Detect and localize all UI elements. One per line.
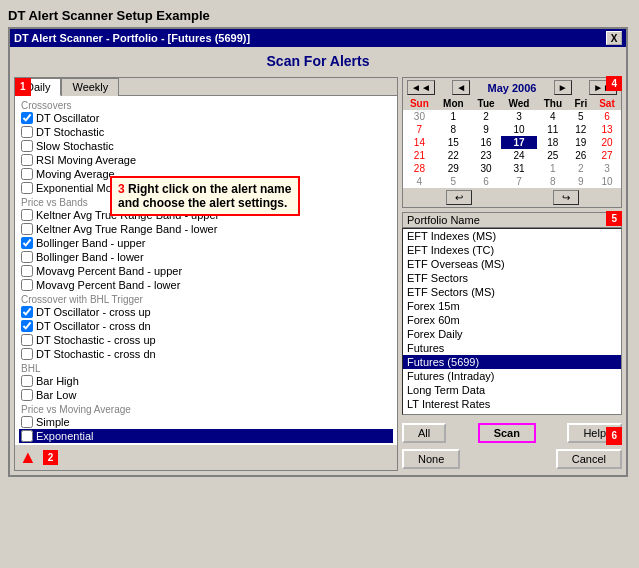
portfolio-item[interactable]: ETF Overseas (MS)	[403, 257, 621, 271]
portfolio-item[interactable]: Forex 15m	[403, 299, 621, 313]
cal-day[interactable]: 23	[471, 149, 501, 162]
item-simple[interactable]: Simple	[19, 415, 393, 429]
portfolio-item[interactable]: Futures	[403, 341, 621, 355]
cal-day[interactable]: 27	[593, 149, 621, 162]
cal-footer-fwd-btn[interactable]: ↪	[553, 190, 579, 205]
cal-day[interactable]: 29	[436, 162, 471, 175]
cal-day[interactable]: 31	[501, 162, 537, 175]
cal-day[interactable]: 30	[403, 110, 436, 123]
cal-day[interactable]: 15	[436, 136, 471, 149]
cal-day[interactable]: 1	[436, 110, 471, 123]
cal-day[interactable]: 17	[501, 136, 537, 149]
cal-day[interactable]: 21	[403, 149, 436, 162]
portfolio-item[interactable]: EFT Indexes (TC)	[403, 243, 621, 257]
item-dto-cross-dn[interactable]: DT Oscillator - cross dn	[19, 319, 393, 333]
portfolio-list[interactable]: EFT Indexes (MS)EFT Indexes (TC)ETF Over…	[402, 228, 622, 415]
cal-day[interactable]: 2	[569, 162, 593, 175]
scan-button[interactable]: Scan	[478, 423, 536, 443]
arrow-up-icon: ▲	[19, 447, 37, 468]
cal-day[interactable]: 18	[537, 136, 569, 149]
cal-day[interactable]: 10	[593, 175, 621, 188]
item-dts-cross-up[interactable]: DT Stochastic - cross up	[19, 333, 393, 347]
window-body: 1 Daily Weekly 3 Right click on the aler…	[10, 73, 626, 475]
portfolio-item[interactable]: LT Interest Rates	[403, 397, 621, 411]
cal-day[interactable]: 4	[537, 110, 569, 123]
cal-day[interactable]: 4	[403, 175, 436, 188]
cal-header-mon: Mon	[436, 97, 471, 110]
portfolio-item[interactable]: EFT Indexes (MS)	[403, 229, 621, 243]
cal-day[interactable]: 9	[471, 123, 501, 136]
item-dt-oscillator[interactable]: DT Oscillator	[19, 111, 393, 125]
cal-day[interactable]: 6	[471, 175, 501, 188]
portfolio-item[interactable]: ETF Sectors (MS)	[403, 285, 621, 299]
cal-footer-back-btn[interactable]: ↩	[446, 190, 472, 205]
cal-day[interactable]: 5	[569, 110, 593, 123]
window-header: Scan For Alerts	[10, 47, 626, 73]
cal-day[interactable]: 13	[593, 123, 621, 136]
item-movavg-upper[interactable]: Movavg Percent Band - upper	[19, 264, 393, 278]
cal-day[interactable]: 30	[471, 162, 501, 175]
all-button[interactable]: All	[402, 423, 446, 443]
cal-day[interactable]: 10	[501, 123, 537, 136]
cal-day[interactable]: 3	[593, 162, 621, 175]
cal-day[interactable]: 1	[537, 162, 569, 175]
portfolio-item[interactable]: Forex Daily	[403, 327, 621, 341]
item-exponential-selected[interactable]: Exponential	[19, 429, 393, 443]
cal-day[interactable]: 28	[403, 162, 436, 175]
portfolio-item[interactable]: Futures (5699)	[403, 355, 621, 369]
item-bar-high[interactable]: Bar High	[19, 374, 393, 388]
section-bhl-trigger: Crossover with BHL Trigger	[21, 294, 393, 305]
cal-header-sat: Sat	[593, 97, 621, 110]
item-dt-stochastic[interactable]: DT Stochastic	[19, 125, 393, 139]
cal-day[interactable]: 12	[569, 123, 593, 136]
tab-weekly[interactable]: Weekly	[61, 78, 119, 96]
cal-day[interactable]: 25	[537, 149, 569, 162]
portfolio-item[interactable]: Forex 60m	[403, 313, 621, 327]
cal-month-label: May 2006	[488, 82, 537, 94]
cal-header-wed: Wed	[501, 97, 537, 110]
cal-day[interactable]: 5	[436, 175, 471, 188]
portfolio-item[interactable]: Futures (Intraday)	[403, 369, 621, 383]
cal-day[interactable]: 7	[403, 123, 436, 136]
none-button[interactable]: None	[402, 449, 460, 469]
title-bar-text: DT Alert Scanner - Portfolio - [Futures …	[14, 32, 250, 44]
item-bollinger-upper[interactable]: Bollinger Band - upper	[19, 236, 393, 250]
window-outer: DT Alert Scanner - Portfolio - [Futures …	[8, 27, 628, 477]
portfolio-item[interactable]: Long Term Data	[403, 383, 621, 397]
item-rsi-moving-average[interactable]: RSI Moving Average	[19, 153, 393, 167]
badge-5: 5	[606, 211, 622, 226]
cal-back-button[interactable]: ◄◄	[407, 80, 435, 95]
cal-day[interactable]: 22	[436, 149, 471, 162]
portfolio-item[interactable]: ETF Sectors	[403, 271, 621, 285]
cal-day[interactable]: 6	[593, 110, 621, 123]
cal-day[interactable]: 24	[501, 149, 537, 162]
item-movavg-lower[interactable]: Movavg Percent Band - lower	[19, 278, 393, 292]
cal-day[interactable]: 3	[501, 110, 537, 123]
cal-day[interactable]: 2	[471, 110, 501, 123]
cal-day[interactable]: 9	[569, 175, 593, 188]
cal-day[interactable]: 19	[569, 136, 593, 149]
item-bollinger-lower[interactable]: Bollinger Band - lower	[19, 250, 393, 264]
badge-4-container: 4	[606, 77, 622, 91]
cal-day[interactable]: 26	[569, 149, 593, 162]
badge-2-label: 2	[43, 451, 59, 465]
left-panel: 1 Daily Weekly 3 Right click on the aler…	[14, 77, 398, 471]
alerts-scroll-area[interactable]: 3 Right click on the alert name and choo…	[15, 96, 397, 445]
cal-day[interactable]: 7	[501, 175, 537, 188]
cal-day[interactable]: 14	[403, 136, 436, 149]
cal-prev-button[interactable]: ◄	[452, 80, 470, 95]
cal-day[interactable]: 8	[537, 175, 569, 188]
cal-next-button[interactable]: ►	[554, 80, 572, 95]
close-button[interactable]: X	[606, 31, 622, 45]
item-bar-low[interactable]: Bar Low	[19, 388, 393, 402]
item-dto-cross-up[interactable]: DT Oscillator - cross up	[19, 305, 393, 319]
cancel-button[interactable]: Cancel	[556, 449, 622, 469]
item-slow-stochastic[interactable]: Slow Stochastic	[19, 139, 393, 153]
item-dts-cross-dn[interactable]: DT Stochastic - cross dn	[19, 347, 393, 361]
cal-day[interactable]: 20	[593, 136, 621, 149]
bottom-buttons: 6 All Scan Help	[402, 419, 622, 445]
item-keltner-lower[interactable]: Keltner Avg True Range Band - lower	[19, 222, 393, 236]
cal-day[interactable]: 11	[537, 123, 569, 136]
cal-day[interactable]: 8	[436, 123, 471, 136]
cal-day[interactable]: 16	[471, 136, 501, 149]
